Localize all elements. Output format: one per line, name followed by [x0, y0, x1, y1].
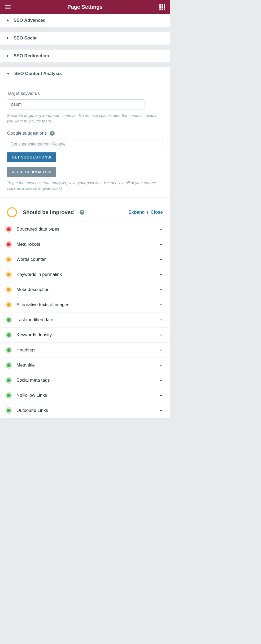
status-dot-green: [7, 333, 11, 337]
analysis-list: Structured data typesMeta robotsWords co…: [0, 222, 170, 418]
chevron-up-icon: [159, 363, 163, 367]
chevron-up-icon: [159, 273, 163, 276]
section-seo-social[interactable]: SEO Social: [0, 32, 170, 45]
divider: [0, 27, 170, 32]
status-dot-green: [7, 378, 11, 382]
analysis-label: Outbound Links: [16, 408, 153, 413]
status-dot-green: [7, 363, 11, 367]
separator: /: [146, 210, 149, 215]
section-title: SEO Social: [14, 36, 38, 41]
chevron-up-icon: [159, 227, 163, 231]
analysis-label: Meta title: [16, 363, 153, 368]
status-dot-green: [7, 348, 11, 352]
analysis-label: NoFollow Links: [16, 393, 153, 398]
score-circle-icon: [7, 207, 17, 217]
analysis-label: Headings: [16, 347, 153, 353]
score-row: Should be improved ? Expand / Close: [0, 203, 170, 222]
analysis-item[interactable]: Meta description: [0, 282, 170, 297]
analysis-item[interactable]: Outbound Links: [0, 403, 170, 418]
chevron-up-icon: [159, 394, 163, 397]
section-title: SEO Content Analysis: [14, 71, 62, 76]
google-suggestions-label-text: Google suggestions: [7, 131, 47, 136]
status-dot-green: [7, 394, 11, 397]
chevron-up-icon: [159, 303, 163, 307]
chevron-up-icon: [159, 242, 163, 246]
help-icon[interactable]: ?: [80, 210, 84, 215]
hamburger-icon[interactable]: [5, 5, 11, 9]
status-dot-green: [7, 409, 11, 412]
score-actions: Expand / Close: [128, 210, 163, 215]
chevron-right-icon: [7, 19, 9, 22]
section-seo-content-analysis[interactable]: SEO Content Analysis: [0, 67, 170, 80]
target-keywords-hint: Separate target keywords with commas. Do…: [7, 113, 163, 124]
get-suggestions-button[interactable]: GET SUGGESTIONS!: [7, 152, 56, 162]
analysis-item[interactable]: Alternative texts of images: [0, 297, 170, 312]
score-title: Should be improved: [23, 209, 74, 215]
section-title: SEO Redirection: [14, 53, 49, 59]
app-grid-icon[interactable]: [159, 4, 165, 10]
status-dot-red: [7, 242, 11, 246]
status-dot-orange: [7, 258, 11, 261]
google-suggestions-input[interactable]: [7, 139, 163, 149]
status-dot-orange: [7, 288, 11, 292]
section-seo-redirection[interactable]: SEO Redirection: [0, 49, 170, 62]
content-analysis-panel: Target keywords Separate target keywords…: [0, 80, 170, 203]
chevron-down-icon: [7, 73, 10, 75]
analysis-item[interactable]: Words counter: [0, 252, 170, 267]
analysis-item[interactable]: Keywords density: [0, 327, 170, 342]
analysis-item[interactable]: Last modified date: [0, 312, 170, 327]
status-dot-red: [7, 227, 11, 231]
analysis-label: Alternative texts of images: [16, 302, 153, 307]
status-dot-orange: [7, 303, 11, 307]
divider: [0, 62, 170, 67]
section-title: SEO Advanced: [14, 18, 46, 23]
analysis-item[interactable]: NoFollow Links: [0, 388, 170, 403]
chevron-up-icon: [159, 318, 163, 322]
analysis-item[interactable]: Meta title: [0, 358, 170, 373]
chevron-up-icon: [159, 288, 163, 292]
close-link[interactable]: Close: [151, 210, 163, 215]
target-keywords-input[interactable]: [7, 99, 145, 109]
chevron-up-icon: [159, 348, 163, 352]
analysis-label: Structured data types: [16, 227, 153, 232]
analysis-label: Last modified date: [16, 317, 153, 323]
chevron-up-icon: [159, 258, 163, 261]
expand-link[interactable]: Expand: [128, 210, 145, 215]
chevron-right-icon: [7, 55, 9, 57]
google-suggestions-label: Google suggestions ?: [7, 131, 163, 136]
analysis-label: Keywords in permalink: [16, 272, 153, 277]
analysis-item[interactable]: Structured data types: [0, 222, 170, 237]
analysis-label: Words counter: [16, 257, 153, 262]
help-icon[interactable]: ?: [50, 131, 55, 136]
analysis-item[interactable]: Keywords in permalink: [0, 267, 170, 282]
status-dot-orange: [7, 273, 11, 276]
analysis-label: Meta robots: [16, 242, 153, 247]
divider: [0, 45, 170, 49]
chevron-up-icon: [159, 333, 163, 337]
analysis-label: Social meta tags: [16, 378, 153, 383]
divider: [0, 197, 170, 198]
refresh-hint: To get the most accurate analysis, save …: [7, 180, 163, 191]
target-keywords-label: Target keywords: [7, 91, 163, 96]
analysis-label: Meta description: [16, 287, 153, 292]
analysis-item[interactable]: Social meta tags: [0, 373, 170, 388]
top-header: Page Settings: [0, 0, 170, 14]
analysis-label: Keywords density: [16, 332, 153, 338]
analysis-item[interactable]: Meta robots: [0, 237, 170, 252]
analysis-item[interactable]: Headings: [0, 342, 170, 358]
section-seo-advanced[interactable]: SEO Advanced: [0, 14, 170, 27]
status-dot-green: [7, 318, 11, 322]
refresh-analysis-button[interactable]: REFRESH ANALYSIS: [7, 167, 56, 177]
chevron-up-icon: [159, 378, 163, 382]
page-title: Page Settings: [67, 4, 102, 10]
chevron-up-icon: [159, 409, 163, 412]
chevron-right-icon: [7, 37, 9, 39]
